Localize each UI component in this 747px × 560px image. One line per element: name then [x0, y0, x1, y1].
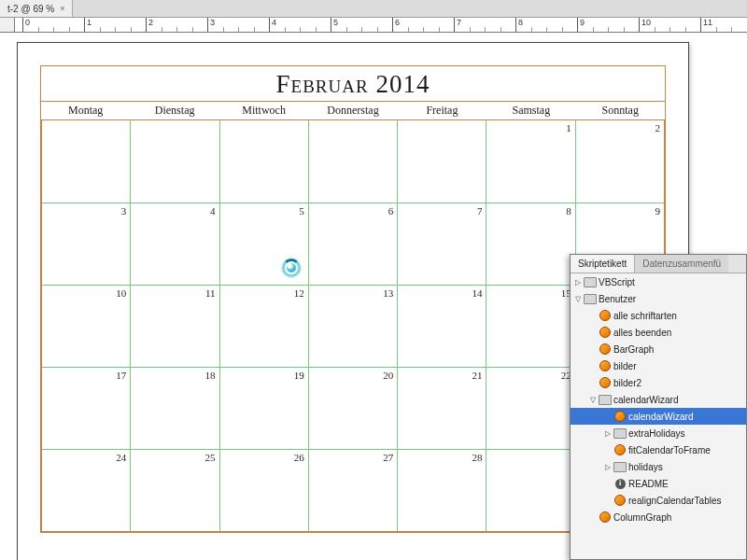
tree-item-fitcalendartoframe[interactable]: fitCalendarToFrame [571, 441, 746, 458]
ruler-tick: 2 [146, 18, 153, 33]
panel-tab-bar: Skriptetikett Datenzusammenfü [571, 255, 746, 273]
calendar-title: Februar 2014 [41, 66, 665, 101]
tree-item-alles-beenden[interactable]: alles beenden [571, 324, 746, 341]
day-number: 12 [294, 287, 304, 299]
day-number: 8 [566, 205, 571, 217]
day-number: 10 [116, 287, 126, 299]
ruler-tick: 1 [84, 18, 92, 33]
scripts-tree[interactable]: ▷VBScript▽Benutzeralle schriftartenalles… [571, 273, 746, 557]
calendar-cell[interactable]: 10 [42, 285, 130, 367]
calendar-cell[interactable] [130, 120, 218, 203]
tree-item-vbscript[interactable]: ▷VBScript [571, 273, 746, 290]
script-icon [613, 495, 627, 506]
weekday-label: Montag [41, 102, 130, 119]
tree-item-label: alle schriftarten [613, 311, 677, 321]
weekday-label: Dienstag [130, 102, 218, 119]
tree-item-label: Benutzer [599, 294, 636, 304]
tree-item-bargraph[interactable]: BarGraph [571, 341, 746, 357]
day-number: 9 [655, 205, 660, 217]
ruler-tick: 3 [207, 18, 215, 33]
tab-script-label[interactable]: Skriptetikett [571, 255, 635, 273]
chevron-right-icon[interactable]: ▷ [602, 429, 613, 438]
tree-item-alle-schriftarten[interactable]: alle schriftarten [571, 307, 746, 324]
tree-item-benutzer[interactable]: ▽Benutzer [571, 290, 746, 307]
calendar-cell[interactable] [397, 120, 486, 203]
document-tab[interactable]: t-2 @ 69 % × [0, 0, 73, 17]
calendar-cell[interactable]: 4 [130, 203, 218, 285]
tree-item-bilder2[interactable]: bilder2 [571, 374, 746, 391]
calendar-cell[interactable]: 7 [397, 203, 486, 285]
chevron-right-icon[interactable]: ▷ [602, 463, 613, 471]
tree-item-label: holidays [628, 462, 663, 472]
ruler-tick: 6 [392, 18, 400, 33]
tree-item-label: extraHolidays [628, 428, 685, 439]
calendar-cell[interactable]: 15 [486, 285, 574, 367]
tree-item-label: VBScript [599, 277, 635, 287]
close-icon[interactable]: × [60, 4, 64, 13]
horizontal-ruler: 01234567891011 [0, 18, 747, 33]
tree-item-label: bilder [613, 361, 636, 371]
script-icon [599, 377, 612, 388]
script-icon [599, 343, 612, 355]
calendar-cell[interactable] [486, 449, 574, 531]
tab-label: t-2 @ 69 % [7, 4, 54, 14]
tree-item-label: README [628, 479, 669, 489]
ruler-origin-icon[interactable] [0, 18, 15, 33]
day-number: 27 [383, 452, 393, 463]
ruler-tick: 4 [269, 18, 276, 33]
tree-item-realigncalendartables[interactable]: realignCalendarTables [571, 492, 746, 509]
calendar-cell[interactable]: 18 [130, 367, 218, 449]
tab-data-merge[interactable]: Datenzusammenfü [635, 255, 728, 273]
calendar-cell[interactable]: 13 [308, 285, 397, 367]
tree-item-columngraph[interactable]: ColumnGraph [571, 509, 746, 525]
day-number: 3 [121, 205, 127, 217]
calendar-cell[interactable]: 14 [397, 285, 486, 367]
calendar-cell[interactable]: 27 [308, 449, 397, 531]
calendar-cell[interactable]: 26 [219, 449, 308, 531]
folder-icon [584, 276, 597, 287]
calendar-cell[interactable]: 20 [308, 367, 397, 449]
day-number: 4 [210, 205, 216, 217]
calendar-cell[interactable]: 6 [308, 203, 397, 285]
calendar-cell[interactable]: 8 [486, 203, 574, 285]
calendar-header-row: MontagDienstagMittwochDonnerstagFreitagS… [41, 101, 665, 120]
day-number: 7 [477, 205, 483, 217]
tree-item-label: ColumnGraph [613, 512, 671, 523]
calendar-cell[interactable]: 3 [42, 203, 130, 285]
calendar-cell[interactable]: 11 [130, 285, 218, 367]
calendar-cell[interactable] [219, 120, 308, 203]
calendar-cell[interactable]: 28 [397, 449, 486, 531]
ruler-tick: 11 [700, 18, 712, 33]
day-number: 28 [472, 452, 482, 463]
scripts-panel[interactable]: Skriptetikett Datenzusammenfü ▷VBScript▽… [570, 254, 747, 560]
tree-item-extraholidays[interactable]: ▷extraHolidays [571, 425, 746, 441]
calendar-cell[interactable]: 17 [42, 367, 130, 449]
tree-item-calendarwizard[interactable]: ▽calendarWizard [571, 391, 746, 408]
day-number: 24 [116, 452, 126, 463]
calendar-cell[interactable] [42, 120, 130, 203]
calendar-cell[interactable]: 25 [130, 449, 218, 531]
day-number: 5 [299, 205, 304, 217]
ruler-tick: 5 [331, 18, 338, 33]
calendar-cell[interactable]: 24 [42, 449, 130, 531]
calendar-cell[interactable]: 19 [219, 367, 308, 449]
calendar-cell[interactable]: 21 [397, 367, 486, 449]
calendar-cell[interactable] [308, 120, 397, 203]
day-number: 17 [116, 370, 126, 381]
calendar-cell[interactable]: 2 [575, 120, 664, 203]
chevron-down-icon[interactable]: ▽ [572, 295, 584, 303]
calendar-cell[interactable]: 1 [486, 120, 574, 203]
tree-item-holidays[interactable]: ▷holidays [571, 458, 746, 475]
calendar-cell[interactable]: 12 [219, 285, 308, 367]
tree-item-calendarwizard[interactable]: calendarWizard [571, 408, 746, 425]
tree-item-label: calendarWizard [628, 412, 693, 422]
day-number: 14 [472, 287, 482, 299]
chevron-down-icon[interactable]: ▽ [587, 396, 599, 404]
calendar-cell[interactable]: 22 [486, 367, 574, 449]
tree-item-bilder[interactable]: bilder [571, 357, 746, 374]
tree-item-label: alles beenden [613, 328, 671, 338]
folder-icon [613, 461, 627, 472]
tree-item-readme[interactable]: README [571, 475, 746, 492]
chevron-right-icon[interactable]: ▷ [572, 278, 584, 287]
tree-item-label: bilder2 [613, 378, 641, 388]
